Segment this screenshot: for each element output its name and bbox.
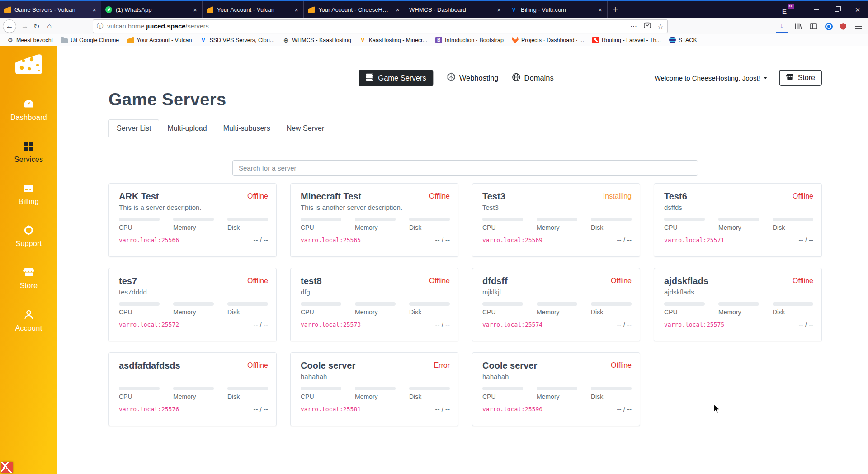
bookmark-label: Meest bezocht <box>16 37 53 43</box>
bookmark-item[interactable]: Introduction · Bootstrap <box>432 36 507 44</box>
bookmark-item[interactable]: Uit Google Chrome <box>58 36 122 44</box>
cpu-label: CPU <box>664 224 705 231</box>
bookmark-item[interactable]: Routing - Laravel - Th... <box>589 36 664 44</box>
close-button[interactable] <box>847 1 868 18</box>
cheesehosting-logo-icon[interactable] <box>14 53 44 78</box>
cpu-stat: CPU <box>301 218 341 231</box>
page-tab[interactable]: Server List <box>108 119 159 137</box>
disk-progress-bar <box>227 218 268 221</box>
server-card[interactable]: test8 Offline dfg CPU <box>290 268 458 341</box>
server-status-badge: Offline <box>793 192 813 200</box>
tab-close-icon[interactable]: × <box>91 6 97 13</box>
tab-close-icon[interactable]: × <box>192 6 198 13</box>
store-button[interactable]: Store <box>779 70 822 86</box>
server-card[interactable]: tes7 Offline tes7dddd CPU <box>108 268 277 341</box>
server-stats: CPU Memory Disk <box>301 387 450 400</box>
server-card[interactable]: Test3 Installing Test3 CPU <box>472 183 640 257</box>
pocket-icon[interactable] <box>644 22 651 31</box>
page-tab[interactable]: Multi-upload <box>159 119 215 137</box>
bookmark-item[interactable]: SSD VPS Servers, Clou... <box>197 36 278 44</box>
nav-webhosting-link[interactable]: Webhosting <box>447 72 499 83</box>
tab-close-icon[interactable]: × <box>293 6 299 13</box>
downloads-icon[interactable]: ↓ <box>776 19 788 33</box>
server-card[interactable]: ajdskflads Offline ajdskflads CPU <box>654 268 822 341</box>
library-icon[interactable] <box>791 19 805 33</box>
tab-favicon <box>207 6 213 13</box>
url-bar[interactable]: ⓘ vulcan.home.juiced.space/servers ⋯ ☆ <box>93 19 668 33</box>
menu-hamburger-icon[interactable] <box>852 19 865 33</box>
window-controls <box>806 1 868 18</box>
memory-progress-bar <box>537 218 577 221</box>
server-card[interactable]: dfdsff Offline mjklkjl CPU <box>472 268 640 341</box>
browser-tab[interactable]: Your Account - CheeseHosting × <box>304 1 405 18</box>
browser-tab[interactable]: Game Servers - Vulcan × <box>0 1 101 18</box>
disk-progress-bar <box>409 387 450 390</box>
player-usage: -- / -- <box>617 321 632 328</box>
browser-tab[interactable]: Your Account - Vulcan × <box>203 1 304 18</box>
sidebar-item-support[interactable]: Support <box>15 225 42 248</box>
browser-tab[interactable]: (1) WhatsApp × <box>101 1 203 18</box>
server-name: dfdsff <box>482 276 508 286</box>
reload-icon[interactable]: ↻ <box>30 19 43 33</box>
sidebar-item-dashboard[interactable]: Dashboard <box>10 99 47 122</box>
export-tabs-extension-icon[interactable]: E XL <box>782 5 792 15</box>
server-name: Coole server <box>482 360 537 371</box>
page-tab[interactable]: Multi-subusers <box>215 119 278 137</box>
server-grid: ARK Test Offline This is a server descri… <box>108 183 822 426</box>
sidebar-item-services[interactable]: Services <box>14 141 43 164</box>
download-preview-thumbnail[interactable] <box>1 462 13 473</box>
tab-title: Your Account - Vulcan <box>217 6 290 13</box>
page-tab[interactable]: New Server <box>278 119 333 137</box>
memory-label: Memory <box>355 308 396 316</box>
server-card[interactable]: Test6 Offline dsffds CPU <box>654 183 822 257</box>
server-card[interactable]: Coole server Offline hahahah CPU <box>472 352 640 426</box>
new-tab-button[interactable]: + <box>608 1 623 18</box>
server-card[interactable]: ARK Test Offline This is a server descri… <box>108 183 277 257</box>
server-card[interactable]: asdfafdafdsds Offline CPU <box>108 352 277 426</box>
sidebar-item-account[interactable]: Account <box>15 309 42 332</box>
browser-tab[interactable]: Billing - Vultr.com × <box>506 1 608 18</box>
bookmark-item[interactable]: KaasHosting - Minecr... <box>356 36 430 44</box>
bookmark-item[interactable]: Projects · Dashboard · ... <box>509 36 587 44</box>
server-status-badge: Offline <box>611 277 632 285</box>
site-info-icon[interactable]: ⓘ <box>97 22 103 30</box>
disk-label: Disk <box>227 308 268 316</box>
tab-close-icon[interactable]: × <box>597 6 603 13</box>
bookmark-item[interactable]: WHMCS - KaasHosting <box>279 36 354 44</box>
onepassword-icon[interactable] <box>822 19 835 33</box>
server-card[interactable]: Coole server Error hahahah CPU <box>290 352 458 426</box>
nav-domains-link[interactable]: Domains <box>512 73 554 83</box>
browser-tab[interactable]: WHMCS - Dashboard × <box>405 1 506 18</box>
tab-close-icon[interactable]: × <box>395 6 401 13</box>
sidebar-item-billing[interactable]: Billing <box>19 183 39 206</box>
home-icon[interactable]: ⌂ <box>42 19 56 33</box>
server-status-badge: Offline <box>429 192 450 200</box>
ublock-shield-icon[interactable] <box>836 19 850 33</box>
tab-close-icon[interactable]: × <box>496 6 502 13</box>
tab-favicon <box>510 6 517 13</box>
memory-label: Memory <box>718 224 759 231</box>
minimize-button[interactable] <box>806 1 826 18</box>
restore-button[interactable] <box>826 1 847 18</box>
page-tab-label: Multi-subusers <box>223 124 270 132</box>
memory-progress-bar <box>173 218 214 221</box>
bookmark-favicon <box>61 38 68 43</box>
sidebar-item-store[interactable]: Store <box>20 267 38 290</box>
bookmark-item[interactable]: STACK <box>666 36 700 44</box>
main-content: Game Servers Webhosting Do <box>57 46 868 474</box>
nav-toolbar: ← → ↻ ⌂ ⓘ vulcan.home.juiced.space/serve… <box>0 18 868 34</box>
sidebars-icon[interactable] <box>807 19 820 33</box>
welcome-dropdown[interactable]: Welcome to CheeseHosting, Joost! <box>655 74 767 82</box>
back-icon[interactable]: ← <box>3 19 16 33</box>
search-input[interactable] <box>232 160 698 176</box>
bookmark-star-icon[interactable]: ☆ <box>657 22 664 31</box>
tab-title: Billing - Vultr.com <box>521 6 594 13</box>
bookmark-item[interactable]: Your Account - Vulcan <box>124 36 195 44</box>
page-actions-icon[interactable]: ⋯ <box>630 22 637 30</box>
bookmark-item[interactable]: Meest bezocht <box>4 36 56 44</box>
nav-game-servers-button[interactable]: Game Servers <box>359 70 433 86</box>
server-card[interactable]: Minecraft Test Offline This is another s… <box>290 183 458 257</box>
memory-label: Memory <box>355 224 396 231</box>
cpu-stat: CPU <box>664 218 705 231</box>
server-name: ajdskflads <box>664 276 708 286</box>
